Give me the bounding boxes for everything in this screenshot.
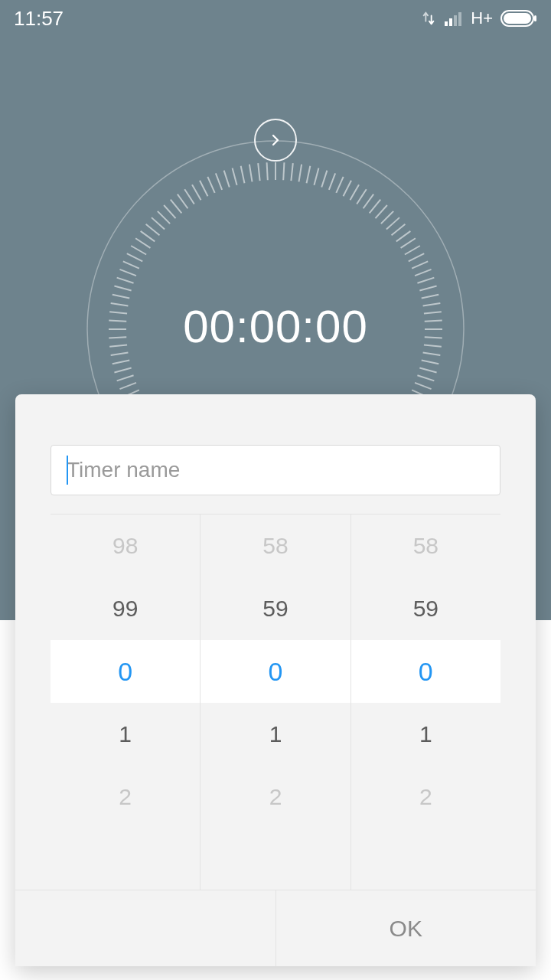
svg-line-44 [417, 375, 434, 381]
svg-line-102 [112, 295, 129, 299]
svg-line-96 [109, 345, 127, 346]
svg-line-105 [119, 270, 135, 276]
svg-line-112 [152, 217, 165, 229]
picker-item: 58 [201, 514, 350, 577]
picker-item: 2 [201, 766, 350, 828]
svg-line-18 [350, 185, 360, 200]
seconds-picker[interactable]: 58 59 0 1 2 [350, 514, 500, 890]
svg-line-32 [417, 278, 434, 283]
svg-line-106 [123, 261, 139, 268]
svg-line-111 [146, 224, 160, 235]
svg-line-42 [422, 361, 439, 364]
text-caret [67, 456, 68, 485]
picker-item: 1 [351, 703, 500, 766]
timer-name-input[interactable] [51, 445, 500, 495]
picker-item: 59 [201, 577, 350, 640]
picker-item: 2 [51, 766, 200, 828]
signal-icon [445, 11, 463, 26]
svg-line-15 [329, 173, 335, 189]
svg-line-92 [117, 375, 134, 381]
minutes-picker[interactable]: 58 59 0 1 2 [200, 514, 350, 890]
svg-rect-6 [534, 15, 536, 21]
svg-line-120 [207, 177, 214, 193]
data-arrows-icon [420, 10, 437, 27]
svg-line-22 [375, 205, 386, 218]
svg-line-45 [415, 383, 431, 389]
svg-line-39 [425, 337, 442, 338]
svg-line-99 [109, 321, 126, 322]
svg-line-10 [291, 163, 292, 181]
svg-line-110 [141, 231, 155, 242]
svg-line-123 [233, 168, 237, 185]
network-label: H+ [471, 8, 493, 28]
svg-line-21 [370, 200, 380, 214]
cancel-button[interactable] [15, 890, 276, 966]
picker-item-selected: 0 [51, 640, 200, 703]
picker-item: 1 [201, 703, 350, 766]
svg-line-27 [401, 238, 416, 248]
svg-line-115 [171, 200, 181, 214]
hours-picker[interactable]: 98 99 0 1 2 [51, 514, 200, 890]
svg-line-101 [111, 303, 129, 306]
svg-rect-1 [449, 18, 452, 26]
svg-line-113 [158, 211, 170, 224]
svg-line-97 [109, 337, 126, 338]
battery-icon [500, 10, 537, 27]
picker-item: 58 [351, 514, 500, 577]
expand-button[interactable] [254, 119, 297, 162]
svg-line-29 [409, 253, 424, 261]
svg-line-109 [135, 238, 150, 248]
svg-line-95 [111, 353, 129, 356]
svg-line-36 [424, 312, 442, 313]
time-pickers: 98 99 0 1 2 58 59 0 1 2 58 59 0 1 [51, 514, 500, 890]
svg-line-125 [249, 165, 253, 182]
svg-line-122 [224, 171, 230, 188]
svg-line-124 [241, 166, 245, 183]
picker-item: 2 [351, 766, 500, 828]
svg-line-17 [344, 181, 351, 196]
svg-rect-0 [445, 21, 448, 26]
svg-line-30 [412, 261, 428, 268]
svg-line-24 [386, 217, 399, 229]
svg-line-9 [283, 162, 284, 180]
dialog-buttons: OK [15, 890, 536, 966]
svg-line-107 [127, 253, 142, 261]
svg-line-25 [392, 224, 406, 235]
svg-line-41 [423, 353, 441, 356]
svg-line-94 [112, 361, 129, 364]
ok-button[interactable]: OK [276, 890, 536, 966]
svg-line-114 [164, 205, 175, 218]
svg-line-14 [321, 171, 327, 188]
time-display: 00:00:00 [183, 300, 368, 353]
status-bar: 11:57 H+ [0, 0, 551, 37]
svg-rect-2 [454, 15, 457, 26]
svg-line-33 [419, 286, 436, 291]
svg-line-43 [419, 368, 436, 372]
picker-item: 1 [51, 703, 200, 766]
svg-line-103 [114, 286, 131, 291]
picker-item-selected: 0 [351, 640, 500, 703]
dialog-top [15, 394, 536, 514]
picker-item-selected: 0 [201, 640, 350, 703]
svg-line-19 [357, 189, 367, 204]
svg-line-40 [424, 345, 442, 346]
picker-item: 59 [351, 577, 500, 640]
status-right: H+ [420, 8, 537, 28]
svg-line-37 [425, 321, 442, 322]
picker-item: 99 [51, 577, 200, 640]
svg-line-116 [178, 194, 188, 209]
svg-line-126 [258, 163, 259, 181]
svg-line-20 [364, 194, 374, 209]
svg-line-118 [192, 185, 201, 200]
svg-line-31 [415, 270, 431, 276]
svg-line-121 [216, 173, 222, 189]
svg-line-127 [267, 162, 268, 180]
svg-line-119 [200, 181, 207, 196]
svg-rect-5 [504, 13, 531, 24]
svg-line-16 [336, 177, 343, 193]
svg-line-13 [314, 168, 318, 185]
svg-line-23 [381, 211, 393, 224]
svg-line-108 [131, 246, 146, 255]
svg-line-93 [114, 368, 131, 372]
svg-line-28 [405, 246, 420, 255]
